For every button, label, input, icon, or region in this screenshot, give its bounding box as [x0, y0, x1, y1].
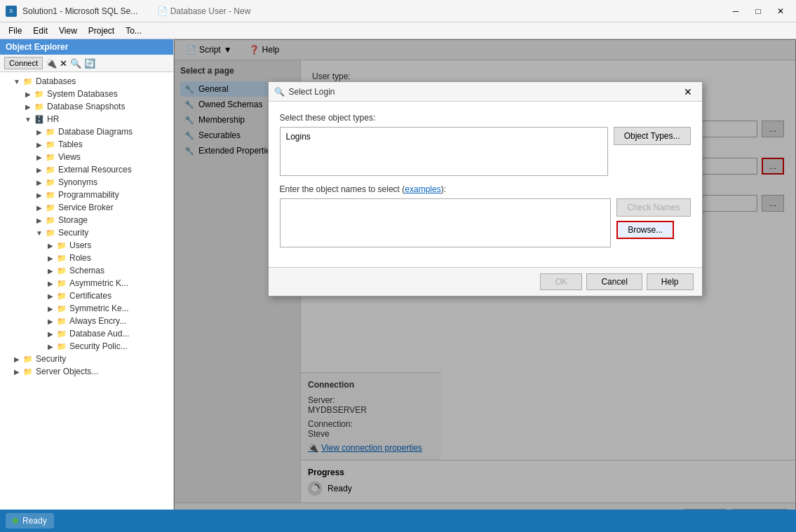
tree-label-asymmetric: Asymmetric K... — [69, 278, 128, 288]
tree-label-db-snapshots: Database Snapshots — [47, 102, 125, 111]
expander-security-policies[interactable]: ▶ — [45, 343, 56, 350]
connect-button[interactable]: Connect — [4, 57, 43, 69]
expander-diagrams[interactable]: ▶ — [34, 128, 45, 136]
tree-item-security-policies[interactable]: ▶ 📁 Security Polic... — [0, 340, 173, 353]
menu-tools[interactable]: To... — [120, 25, 147, 37]
expander-system-databases[interactable]: ▶ — [22, 90, 34, 98]
folder-icon-databases: 📁 — [22, 76, 34, 87]
folder-icon-server-objects: 📁 — [22, 366, 34, 377]
tree-item-symmetric[interactable]: ▶ 📁 Symmetric Ke... — [0, 302, 173, 315]
expander-hr[interactable]: ▼ — [22, 116, 34, 123]
expander-certificates[interactable]: ▶ — [45, 292, 56, 300]
tree-item-hr-security[interactable]: ▼ 📁 Security — [0, 226, 173, 239]
expander-external-resources[interactable]: ▶ — [34, 166, 45, 174]
taskbar: Ready — [0, 510, 796, 532]
tree-item-roles[interactable]: ▶ 📁 Roles — [0, 252, 173, 264]
title-bar-buttons: ─ □ ✕ — [726, 4, 790, 19]
folder-icon-database-audit: 📁 — [56, 328, 67, 339]
tree-item-schemas[interactable]: ▶ 📁 Schemas — [0, 264, 173, 277]
object-types-button[interactable]: Object Types... — [614, 127, 691, 145]
check-names-button[interactable]: Check Names — [616, 198, 690, 217]
expander-always-encrypted[interactable]: ▶ — [45, 318, 56, 325]
db-icon-hr: 🗄️ — [34, 114, 45, 125]
tree-item-system-databases[interactable]: ▶ 📁 System Databases — [0, 88, 173, 100]
tree-label-users: Users — [69, 240, 91, 250]
expander-server-objects[interactable]: ▶ — [11, 368, 22, 376]
tree-item-diagrams[interactable]: ▶ 📁 Database Diagrams — [0, 125, 173, 138]
tree-item-service-broker[interactable]: ▶ 📁 Service Broker — [0, 201, 173, 214]
expander-storage[interactable]: ▶ — [34, 217, 45, 224]
taskbar-status-item[interactable]: Ready — [6, 513, 54, 528]
object-names-input[interactable] — [280, 198, 612, 247]
maximize-button[interactable]: □ — [748, 4, 768, 19]
folder-icon-external-resources: 📁 — [45, 164, 56, 175]
folder-icon-views: 📁 — [45, 151, 56, 163]
expander-tables[interactable]: ▶ — [34, 141, 45, 149]
folder-icon-certificates: 📁 — [56, 290, 67, 301]
folder-icon-synonyms: 📁 — [45, 177, 56, 188]
expander-top-security[interactable]: ▶ — [11, 355, 22, 363]
tree-item-certificates[interactable]: ▶ 📁 Certificates — [0, 289, 173, 302]
folder-icon-schemas: 📁 — [56, 265, 67, 276]
folder-icon-tables: 📁 — [45, 139, 56, 150]
expander-programmability[interactable]: ▶ — [34, 191, 45, 199]
menu-view[interactable]: View — [53, 25, 83, 37]
expander-users[interactable]: ▶ — [45, 242, 56, 250]
tree-item-storage[interactable]: ▶ 📁 Storage — [0, 214, 173, 226]
oe-toolbar-icon3: 🔍 — [70, 58, 81, 69]
dialog-help-button[interactable]: Help — [647, 273, 694, 290]
tree-item-asymmetric[interactable]: ▶ 📁 Asymmetric K... — [0, 277, 173, 289]
expander-service-broker[interactable]: ▶ — [34, 204, 45, 212]
tree-label-tables: Tables — [58, 139, 83, 149]
dialog-ok-button[interactable]: OK — [540, 273, 582, 290]
expander-database-audit[interactable]: ▶ — [45, 330, 56, 338]
tree-label-databases: Databases — [36, 76, 76, 86]
expander-views[interactable]: ▶ — [34, 154, 45, 161]
dialog-cancel-button[interactable]: Cancel — [586, 273, 642, 290]
tree-item-synonyms[interactable]: ▶ 📁 Synonyms — [0, 176, 173, 189]
tree-item-external-resources[interactable]: ▶ 📁 External Resources — [0, 163, 173, 176]
tree-label-security-policies: Security Polic... — [69, 341, 128, 351]
folder-icon-diagrams: 📁 — [45, 126, 56, 137]
expander-asymmetric[interactable]: ▶ — [45, 280, 56, 287]
tree-item-server-objects[interactable]: ▶ 📁 Server Objects... — [0, 365, 173, 378]
expander-schemas[interactable]: ▶ — [45, 267, 56, 275]
dialog-search-icon: 🔍 — [274, 87, 285, 97]
dialog-close-button[interactable]: ✕ — [680, 84, 696, 100]
menu-file[interactable]: File — [3, 25, 27, 37]
tree-item-databases[interactable]: ▼ 📁 Databases — [0, 75, 173, 88]
expander-db-snapshots[interactable]: ▶ — [22, 103, 34, 111]
menu-project[interactable]: Project — [83, 25, 120, 37]
tree-item-views[interactable]: ▶ 📁 Views — [0, 151, 173, 163]
expander-symmetric[interactable]: ▶ — [45, 305, 56, 313]
db-user-title-tab: 📄 Database User - New — [157, 6, 250, 16]
tree-item-tables[interactable]: ▶ 📁 Tables — [0, 138, 173, 151]
close-button[interactable]: ✕ — [771, 4, 790, 19]
expander-roles[interactable]: ▶ — [45, 254, 56, 262]
logins-item: Logins — [283, 130, 605, 143]
minimize-button[interactable]: ─ — [726, 4, 746, 19]
examples-link[interactable]: examples — [405, 184, 440, 194]
menu-bar: File Edit View Project To... — [0, 22, 796, 39]
tree-label-server-objects: Server Objects... — [36, 367, 98, 376]
tree-item-database-audit[interactable]: ▶ 📁 Database Aud... — [0, 327, 173, 340]
menu-edit[interactable]: Edit — [27, 25, 53, 37]
expander-synonyms[interactable]: ▶ — [34, 179, 45, 186]
folder-icon-users: 📁 — [56, 240, 67, 251]
browse-button[interactable]: Browse... — [616, 221, 674, 239]
tree-item-hr[interactable]: ▼ 🗄️ HR — [0, 113, 173, 125]
tree-item-top-security[interactable]: ▶ 📁 Security — [0, 353, 173, 365]
expander-hr-security[interactable]: ▼ — [34, 229, 45, 237]
dialog-footer: OK Cancel Help — [269, 267, 702, 296]
tree-label-synonyms: Synonyms — [58, 177, 97, 187]
tree-item-programmability[interactable]: ▶ 📁 Programmability — [0, 189, 173, 201]
tree-item-users[interactable]: ▶ 📁 Users — [0, 239, 173, 252]
oe-toolbar: Connect 🔌 ✕ 🔍 🔄 — [0, 55, 173, 72]
dialog-titlebar: 🔍 Select Login ✕ — [269, 82, 702, 102]
tree-item-always-encrypted[interactable]: ▶ 📁 Always Encry... — [0, 315, 173, 327]
expander-databases[interactable]: ▼ — [11, 78, 22, 86]
taskbar-status-text: Ready — [22, 516, 47, 526]
tree-label-symmetric: Symmetric Ke... — [69, 303, 129, 313]
tree-item-db-snapshots[interactable]: ▶ 📁 Database Snapshots — [0, 100, 173, 113]
object-types-listbox[interactable]: Logins — [280, 127, 608, 176]
